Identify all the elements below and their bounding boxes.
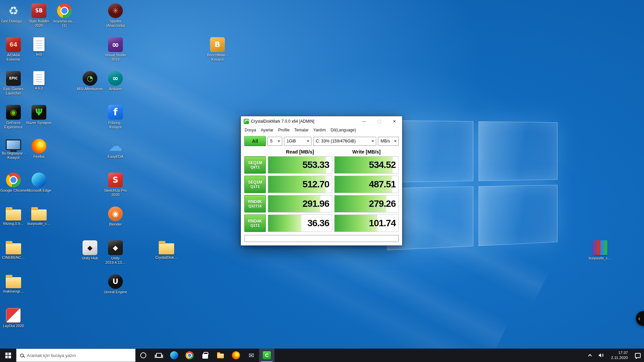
desktop-icon-boyama-file[interactable]: boyama-sa… (1) [52,3,77,28]
desktop-icon-razer-synapse[interactable]: Ψ Razer Synapse [26,105,52,125]
desktop-icon-label: Google Chrome [0,188,27,193]
desktop-icon-label: Unity Hub [77,256,103,260]
desktop-icon-test-file[interactable]: test [26,37,52,57]
taskbar-mail-button[interactable] [244,349,259,362]
menu-item[interactable]: Ayarlar [258,127,276,133]
menu-item[interactable]: Yardım [311,127,329,133]
write-value: 279.26 [369,198,396,209]
icon-glyph: EPIC [9,77,17,80]
desktop-icon-style-builder[interactable]: SB Style Builder 2020 [26,3,52,28]
volume-button[interactable] [595,349,607,362]
desktop-icon-unity-hub[interactable]: ◆ Unity Hub [77,240,103,260]
menu-item[interactable]: Dosya [242,127,258,133]
title-bar[interactable]: CrystalDiskMark 7.0.0 x64 [ADMIN] [241,116,402,126]
edge-icon [170,351,178,359]
desktop-icon-this-pc[interactable]: Bu bilgisayar - Kısayol [1,139,26,160]
taskbar-chrome-button[interactable] [182,349,197,362]
desktop-icon-spyder-anaconda[interactable]: ✳ Spyder (Anaconda) [103,3,128,28]
test-type-button[interactable]: SEQ1M Q1T1 [244,176,266,193]
action-center-button[interactable] [632,349,644,362]
desktop-icon-recycle-bin[interactable]: ♻ Geri Dönüşü… [1,3,26,23]
fritzing-shortcut-icon: f [108,105,123,120]
icon-glyph: SB [35,8,43,13]
write-header: Write [MB/s] [334,149,399,155]
desktop-icon-sketchup-pro[interactable]: S SketchUp Pro 2020 [103,173,128,197]
desktop-icon-microsoft-edge[interactable]: Microsoft Edge [26,173,52,193]
desktop-icon-epic-games[interactable]: EPIC Epic Games Launcher [1,71,26,96]
desktop-icon-label: Blender [102,222,129,227]
fritzing-file-icon [6,209,21,221]
test-size-select[interactable]: 1GiB [284,137,311,146]
task-view-icon [156,353,162,358]
desktop-icon-visual-studio-2019[interactable]: ∞ Visual Studio 2019 [103,37,128,62]
result-row: SEQ1M Q1T1 512.70 487.51 [244,176,399,193]
menu-item[interactable]: Profile [276,127,292,133]
search-input[interactable] [27,353,132,358]
menu-item[interactable]: Dil(Language) [328,127,358,133]
sketchup-pro-icon: S [108,173,123,187]
write-result-bar: 534.52 [334,156,399,174]
desktop-icon-unity-2019[interactable]: ◆ Unity 2019.4.13… [103,240,128,265]
menu-item[interactable]: Temalar [292,127,311,133]
read-value: 553.33 [302,160,329,170]
test-count-select[interactable]: 5 [267,137,282,146]
desktop-icon-unreal-engine[interactable]: U Unreal Engine [103,274,128,294]
razer-synapse-icon: Ψ [32,105,46,120]
desktop-icon-cinebench-folder[interactable]: CINEBENC… [1,240,26,260]
desktop-icon-fritzing-shortcut[interactable]: f Fritzing - Kısayol [103,105,128,129]
tray-expand-button[interactable] [585,349,595,362]
desktop-icon-firefox[interactable]: Firefox [26,139,52,159]
result-headers: Read [MB/s] Write [MB/s] [241,149,402,156]
desktop-icon-google-chrome[interactable]: Google Chrome [1,173,26,193]
desktop-icon-layout-2020[interactable]: LayOut 2020 [1,308,26,328]
desktop-icon-burpsuite-folder[interactable]: burpsuite_c… [26,206,52,226]
taskbar-cortana-button[interactable] [136,349,151,362]
taskbar-crystaldiskmark-button[interactable] [259,349,275,362]
target-drive-select[interactable]: C: 33% (159/476GiB) [313,137,376,146]
comment-field[interactable] [244,235,399,242]
taskbar-search[interactable] [16,349,136,362]
desktop-icon-fritzing-file[interactable]: fritzing.0.9… [1,206,26,226]
desktop-icon-benchmate-shortcut[interactable]: B BenchMate - Kısayol [205,37,230,62]
desktop-icon-label: fritzing.0.9… [0,222,27,226]
benchmate-shortcut-icon: B [210,37,225,52]
taskbar-task-view-button[interactable] [151,349,166,362]
close-button[interactable] [387,116,402,126]
result-row: RND4K Q32T16 291.96 279.26 [244,195,399,213]
taskbar-clock[interactable]: 17:37 2.11.2020 [607,349,632,362]
start-button[interactable] [0,349,16,362]
desktop-icon-aida64-extreme[interactable]: 64 AIDA64 Extreme [1,37,26,62]
desktop-icon-label: Epic Games Launcher [0,87,27,96]
window-title: CrystalDiskMark 7.0.0 x64 [ADMIN] [251,119,314,124]
minimize-button[interactable] [357,116,372,126]
test-type-button[interactable]: SEQ1M Q8T1 [244,156,266,174]
taskbar-firefox-button[interactable] [228,349,244,362]
desktop-icon-label: Unity 2019.4.13… [102,256,129,265]
makineogr-folder-icon [6,277,21,288]
all-test-button[interactable]: All [244,136,266,146]
unity-2019-icon: ◆ [108,240,123,255]
desktop-icon-easyeda[interactable]: ☁ EasyEDA [103,139,128,159]
test-type-button[interactable]: RND4K Q32T16 [244,195,266,213]
desktop-icon-arduino[interactable]: ∞ Arduino [103,71,128,91]
unit-select[interactable]: MB/s [378,137,399,146]
maximize-button[interactable] [372,116,387,126]
icon-glyph: S [112,176,118,184]
boyama-file-icon [57,3,72,18]
icon-glyph: ◔ [87,75,93,82]
taskbar-store-button[interactable] [197,349,213,362]
test-type-button[interactable]: RND4K Q1T1 [244,215,266,232]
desktop-icon-burpsuite-rar[interactable]: burpsuite_c… [587,240,613,260]
write-value: 101.74 [369,218,396,229]
layout-2020-icon [6,308,21,323]
taskbar-edge-button[interactable] [166,349,182,362]
desktop-icon-geforce-experience[interactable]: ◉ GeForce Experience [1,105,26,129]
desktop-icon-blender[interactable]: ◉ Blender [103,206,128,227]
desktop-icon-makineogr-folder[interactable]: makineogr… [1,274,26,294]
icon-glyph: ◉ [10,108,17,116]
desktop-icon-file-4-6-2[interactable]: 4.6.2 [26,71,52,90]
desktop-icon-crystaldisk-folder[interactable]: CrystalDisk… [154,240,179,260]
desktop-icon-msi-afterburner[interactable]: ◔ MSI Afterburner [77,71,103,91]
taskbar-file-explorer-button[interactable] [213,349,228,362]
test-controls: All 5 1GiB C: 33% (159/476GiB) MB/s [241,134,402,149]
